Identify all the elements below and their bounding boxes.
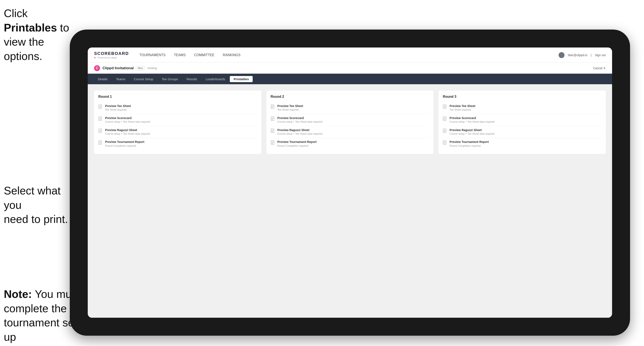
- r2-tee-sheet-subtitle: Tee Sheet required: [278, 108, 303, 112]
- r3-tournament-report-title: Preview Tournament Report: [450, 140, 489, 144]
- r1-scorecard[interactable]: Preview Scorecard Course setup + Tee She…: [98, 114, 257, 126]
- instruction-top-text: Click Printables toview the options.: [4, 7, 69, 62]
- round-1-title: Round 1: [98, 95, 257, 99]
- r2-tournament-report-text: Preview Tournament Report Round Completi…: [278, 140, 317, 148]
- r3-raguzzi-subtitle: Course setup + Tee Sheet data required: [450, 132, 494, 136]
- r3-raguzzi[interactable]: Preview Raguzzi Sheet Course setup + Tee…: [443, 126, 602, 138]
- r3-tournament-report-text: Preview Tournament Report Round Completi…: [450, 140, 489, 148]
- tab-leaderboards[interactable]: Leaderboards: [202, 76, 229, 82]
- r2-raguzzi[interactable]: Preview Raguzzi Sheet Course setup + Tee…: [270, 126, 430, 138]
- round-1-column: Round 1 Preview Tee Sheet Tee Sheet requ…: [94, 91, 261, 154]
- top-nav-right: blair@clippd.io | Sign out: [558, 52, 606, 58]
- r3-raguzzi-text: Preview Raguzzi Sheet Course setup + Tee…: [450, 128, 494, 136]
- doc-icon-r1-raguzzi: [98, 129, 103, 134]
- r3-raguzzi-title: Preview Raguzzi Sheet: [450, 128, 494, 132]
- svg-rect-16: [99, 141, 102, 144]
- r3-tee-sheet-subtitle: Tee Sheet required: [450, 108, 475, 112]
- svg-rect-24: [271, 117, 274, 121]
- logo-sub: ● Powered by clippd: [94, 56, 129, 59]
- logo-powered: Powered by clippd: [98, 56, 117, 59]
- r3-tee-sheet[interactable]: Preview Tee Sheet Tee Sheet required: [443, 102, 602, 114]
- doc-icon-r3-raguzzi: [443, 129, 447, 134]
- main-content: Round 1 Preview Tee Sheet Tee Sheet requ…: [88, 84, 612, 318]
- nav-separator: |: [591, 53, 592, 57]
- r1-tee-sheet-title: Preview Tee Sheet: [105, 104, 131, 108]
- r3-tournament-report-subtitle: Round Completion required: [450, 144, 489, 148]
- r1-tee-sheet-text: Preview Tee Sheet Tee Sheet required: [105, 104, 131, 112]
- r1-tournament-report[interactable]: Preview Tournament Report Round Completi…: [98, 138, 257, 150]
- tournament-name: Clippd Invitational: [102, 66, 134, 70]
- round-2-column: Round 2 Preview Tee Sheet Tee Sheet requ…: [266, 91, 434, 154]
- tab-teams[interactable]: Teams: [112, 76, 129, 82]
- nav-tournaments[interactable]: TOURNAMENTS: [139, 52, 165, 58]
- r3-tournament-report[interactable]: Preview Tournament Report Round Completi…: [443, 138, 602, 150]
- tournament-hosting: Hosting: [148, 66, 157, 70]
- r1-raguzzi-title: Preview Raguzzi Sheet: [105, 128, 150, 132]
- tournament-bar: C Clippd Invitational Men Hosting Cancel…: [88, 63, 612, 74]
- nav-committee[interactable]: COMMITTEE: [194, 52, 214, 58]
- tablet-device: SCOREBOARD ● Powered by clippd TOURNAMEN…: [70, 29, 630, 336]
- printables-bold: Printables: [4, 21, 57, 34]
- tablet-screen: SCOREBOARD ● Powered by clippd TOURNAMEN…: [88, 47, 612, 318]
- r1-scorecard-title: Preview Scorecard: [105, 116, 150, 120]
- svg-rect-12: [99, 129, 102, 133]
- logo-area: SCOREBOARD ● Powered by clippd: [94, 51, 129, 59]
- svg-rect-40: [443, 117, 446, 121]
- user-avatar: [558, 52, 564, 58]
- doc-icon-r1-tee: [98, 105, 103, 110]
- round-3-title: Round 3: [443, 95, 602, 99]
- round-3-column: Round 3 Preview Tee Sheet Tee Sheet requ…: [438, 91, 606, 154]
- doc-icon-r2-raguzzi: [270, 129, 275, 134]
- r1-raguzzi-text: Preview Raguzzi Sheet Course setup + Tee…: [105, 128, 150, 136]
- instruction-middle: Select what youneed to print.: [4, 184, 76, 226]
- doc-icon-r1-report: [98, 140, 103, 146]
- instruction-top: Click Printables toview the options.: [4, 6, 76, 63]
- top-nav-links: TOURNAMENTS TEAMS COMMITTEE RANKINGS: [139, 52, 558, 58]
- tab-printables[interactable]: Printables: [230, 76, 253, 82]
- svg-rect-4: [99, 105, 102, 109]
- doc-icon-r2-scorecard: [270, 117, 275, 122]
- svg-rect-8: [99, 117, 102, 121]
- svg-rect-48: [443, 141, 446, 144]
- nav-teams[interactable]: TEAMS: [174, 52, 186, 58]
- r3-scorecard-text: Preview Scorecard Course setup + Tee She…: [450, 116, 494, 124]
- sub-tabs-bar: Details Teams Course Setup Tee Groups Re…: [88, 74, 612, 84]
- tab-course-setup[interactable]: Course Setup: [130, 76, 157, 82]
- nav-rankings[interactable]: RANKINGS: [223, 52, 240, 58]
- r2-raguzzi-title: Preview Raguzzi Sheet: [278, 128, 322, 132]
- instruction-middle-text: Select what youneed to print.: [4, 184, 68, 225]
- svg-rect-44: [443, 129, 446, 133]
- cancel-button[interactable]: Cancel ✕: [593, 66, 606, 70]
- doc-icon-r2-report: [270, 140, 275, 146]
- instruction-bottom-text: Note: You mustcomplete thetournament set…: [4, 288, 81, 346]
- svg-rect-28: [271, 129, 274, 133]
- r2-scorecard-title: Preview Scorecard: [278, 116, 322, 120]
- r3-scorecard[interactable]: Preview Scorecard Course setup + Tee She…: [443, 114, 602, 126]
- doc-icon-r3-tee: [443, 105, 447, 110]
- r2-tee-sheet-text: Preview Tee Sheet Tee Sheet required: [278, 104, 303, 112]
- logo-title: SCOREBOARD: [94, 51, 129, 56]
- sign-out-link[interactable]: Sign out: [595, 53, 606, 57]
- r3-scorecard-subtitle: Course setup + Tee Sheet data required: [450, 120, 494, 124]
- r2-tournament-report[interactable]: Preview Tournament Report Round Completi…: [270, 138, 430, 150]
- top-nav: SCOREBOARD ● Powered by clippd TOURNAMEN…: [88, 47, 612, 63]
- doc-icon-r3-report: [443, 140, 447, 146]
- tab-results[interactable]: Results: [183, 76, 201, 82]
- r2-tee-sheet-title: Preview Tee Sheet: [278, 104, 303, 108]
- svg-rect-32: [271, 141, 274, 144]
- r3-tee-sheet-title: Preview Tee Sheet: [450, 104, 475, 108]
- r2-tournament-report-subtitle: Round Completion required: [278, 144, 317, 148]
- doc-icon-r2-tee: [270, 105, 275, 110]
- tab-tee-groups[interactable]: Tee Groups: [158, 76, 182, 82]
- rounds-grid: Round 1 Preview Tee Sheet Tee Sheet requ…: [94, 91, 606, 154]
- r1-tournament-report-text: Preview Tournament Report Round Completi…: [105, 140, 144, 148]
- r1-tee-sheet[interactable]: Preview Tee Sheet Tee Sheet required: [98, 102, 257, 114]
- doc-icon-r3-scorecard: [443, 117, 447, 122]
- r1-raguzzi[interactable]: Preview Raguzzi Sheet Course setup + Tee…: [98, 126, 257, 138]
- tab-details[interactable]: Details: [94, 76, 112, 82]
- r2-tee-sheet[interactable]: Preview Tee Sheet Tee Sheet required: [270, 102, 430, 114]
- r2-scorecard[interactable]: Preview Scorecard Course setup + Tee She…: [270, 114, 430, 126]
- tournament-badge: Men: [136, 66, 145, 70]
- r1-raguzzi-subtitle: Course setup + Tee Sheet data required: [105, 132, 150, 136]
- r2-raguzzi-subtitle: Course setup + Tee Sheet data required: [278, 132, 322, 136]
